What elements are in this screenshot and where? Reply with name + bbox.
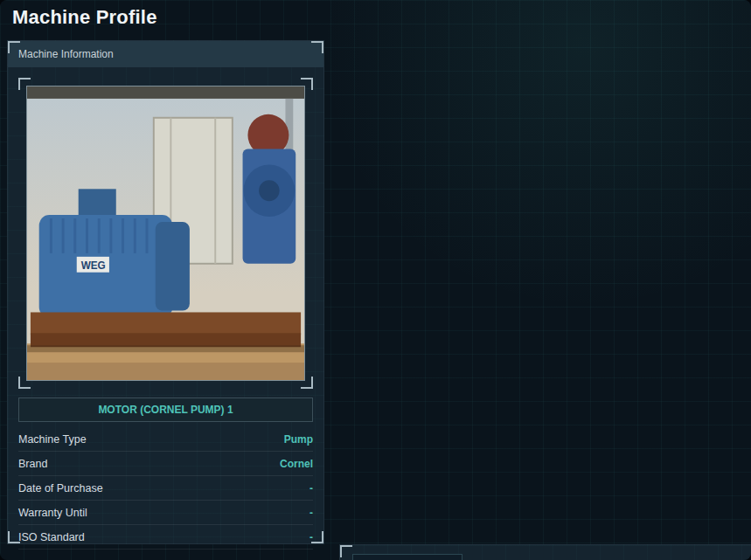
field-row-brand: Brand Cornel [18,452,313,476]
field-label: Warranty Until [18,507,87,519]
field-value: - [309,531,313,543]
field-value: - [309,507,313,519]
field-label: Machine Type [18,433,87,446]
field-value: - [309,482,313,494]
machine-name: MOTOR (CORNEL PUMP) 1 [18,398,313,422]
machine-fields: Machine Type Pump Brand Cornel Date of P… [18,427,313,550]
machine-info-header: Machine Information [8,41,323,67]
field-label: ISO Standard [18,531,85,543]
machine-photo-frame: WEG [18,78,313,389]
field-row-warranty-until: Warranty Until - [18,501,313,525]
tab-success-impact[interactable]: Success & Impact [642,554,751,560]
page-title: Machine Profile [12,0,157,35]
machine-health-panel: Machine Health History Machine Elements … [339,544,751,560]
field-value: Cornel [280,458,313,470]
tab-history[interactable]: History [462,554,525,560]
machine-info-panel: Machine Information [7,40,324,544]
field-value: Pump [284,433,313,446]
tab-bar: Machine Health History Machine Elements … [340,545,751,560]
machine-profile-screen: Machine Profile Machine Information [0,0,751,560]
svg-text:WEG: WEG [81,259,106,272]
machine-photo-art: WEG [27,86,304,380]
tab-machine-elements[interactable]: Machine Elements [525,554,643,560]
field-row-iso-standard: ISO Standard - [18,525,313,550]
field-row-machine-type: Machine Type Pump [18,427,313,452]
field-label: Date of Purchase [18,482,103,494]
tab-machine-health[interactable]: Machine Health [352,554,462,560]
field-label: Brand [18,458,47,470]
field-row-date-of-purchase: Date of Purchase - [18,476,313,501]
machine-photo: WEG [26,86,305,381]
